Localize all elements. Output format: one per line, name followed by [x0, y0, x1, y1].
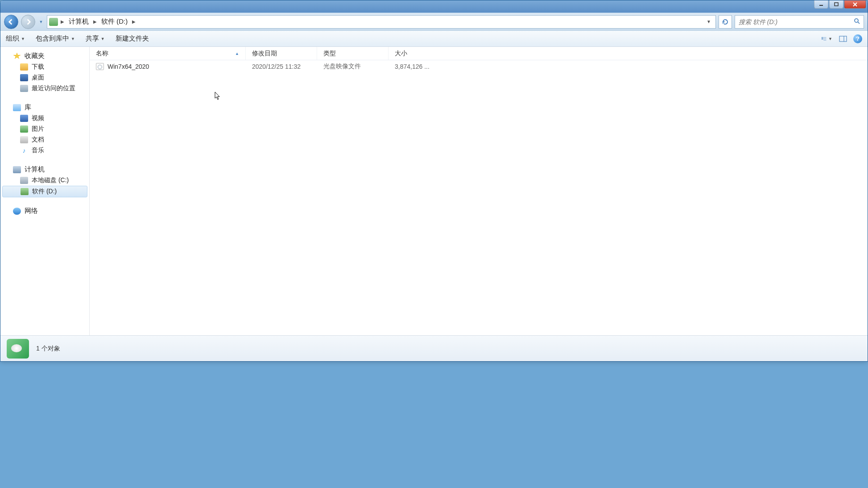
svg-line-5 — [858, 22, 860, 24]
recent-icon — [20, 85, 28, 92]
col-type-label: 类型 — [323, 50, 336, 58]
drive-icon — [20, 177, 28, 184]
computer-icon — [13, 166, 21, 173]
search-input[interactable] — [739, 18, 851, 25]
favorites-group: 收藏夹 下载 桌面 最近访问的位置 — [2, 50, 87, 94]
file-type: 光盘映像文件 — [317, 63, 389, 71]
include-label: 包含到库中 — [36, 34, 69, 43]
explorer-window: ▼ ▶ 计算机 ▶ 软件 (D:) ▶ ▼ 组织 ▼ 包含到库中 ▼ — [0, 0, 868, 362]
favorites-label: 收藏夹 — [25, 52, 45, 60]
network-icon — [13, 208, 21, 215]
share-label: 共享 — [86, 34, 99, 43]
computer-label: 计算机 — [25, 165, 45, 174]
address-bar-row: ▼ ▶ 计算机 ▶ 软件 (D:) ▶ ▼ — [0, 13, 868, 31]
preview-pane-button[interactable] — [837, 33, 849, 44]
network-label: 网络 — [25, 207, 38, 215]
navigation-pane[interactable]: 收藏夹 下载 桌面 最近访问的位置 库 — [0, 47, 90, 335]
column-date[interactable]: 修改日期 — [246, 47, 317, 60]
desktop-icon — [20, 74, 28, 81]
svg-rect-1 — [835, 3, 838, 6]
sidebar-local-disk-c[interactable]: 本地磁盘 (C:) — [2, 175, 87, 186]
star-icon — [13, 53, 21, 60]
sidebar-favorites[interactable]: 收藏夹 — [2, 50, 87, 62]
file-name: Win7x64_2020 — [107, 63, 149, 70]
back-button[interactable] — [4, 15, 18, 29]
share-menu[interactable]: 共享 ▼ — [86, 34, 105, 43]
breadcrumb-separator-icon[interactable]: ▶ — [60, 19, 65, 24]
status-bar: 1 个对象 — [0, 335, 868, 361]
ddrive-label: 软件 (D:) — [32, 188, 57, 196]
caret-icon: ▼ — [21, 37, 25, 41]
column-type[interactable]: 类型 — [317, 47, 389, 60]
toolbar: 组织 ▼ 包含到库中 ▼ 共享 ▼ 新建文件夹 ▼ ? — [0, 31, 868, 47]
documents-label: 文档 — [32, 136, 44, 144]
libraries-group: 库 视频 图片 文档 ♪ 音乐 — [2, 102, 87, 156]
forward-button[interactable] — [21, 15, 35, 29]
recent-label: 最近访问的位置 — [32, 84, 75, 92]
svg-rect-6 — [822, 37, 823, 38]
new-folder-button[interactable]: 新建文件夹 — [116, 34, 149, 43]
refresh-button[interactable] — [719, 15, 732, 29]
document-icon — [20, 136, 28, 143]
organize-menu[interactable]: 组织 ▼ — [6, 34, 25, 43]
nav-history-dropdown[interactable]: ▼ — [38, 16, 44, 28]
sidebar-software-d[interactable]: 软件 (D:) — [2, 186, 87, 197]
desktop-label: 桌面 — [32, 74, 44, 82]
file-list-area[interactable]: 名称 ▲ 修改日期 类型 大小 Win7x64_2020 — [90, 47, 868, 335]
maximize-button[interactable] — [829, 0, 843, 8]
folder-icon — [20, 63, 28, 71]
cdrive-label: 本地磁盘 (C:) — [32, 176, 69, 184]
address-dropdown-icon[interactable]: ▼ — [704, 19, 714, 24]
drive-thumbnail-icon — [7, 339, 29, 359]
downloads-label: 下载 — [32, 63, 44, 71]
include-in-library-menu[interactable]: 包含到库中 ▼ — [36, 34, 75, 43]
column-size[interactable]: 大小 — [389, 47, 442, 60]
library-icon — [13, 104, 21, 111]
sidebar-videos[interactable]: 视频 — [2, 113, 87, 124]
close-button[interactable] — [844, 0, 866, 8]
svg-point-4 — [855, 19, 858, 22]
title-bar — [0, 0, 868, 13]
minimize-button[interactable] — [814, 0, 828, 8]
address-bar[interactable]: ▶ 计算机 ▶ 软件 (D:) ▶ ▼ — [47, 15, 716, 29]
breadcrumb-separator-icon[interactable]: ▶ — [92, 19, 98, 24]
view-mode-button[interactable]: ▼ — [821, 33, 833, 44]
organize-label: 组织 — [6, 34, 19, 43]
drive-icon — [21, 188, 29, 195]
search-icon — [854, 18, 860, 26]
col-name-label: 名称 — [96, 50, 108, 58]
sidebar-documents[interactable]: 文档 — [2, 134, 87, 145]
sidebar-downloads[interactable]: 下载 — [2, 62, 87, 72]
music-icon: ♪ — [20, 147, 28, 154]
computer-group: 计算机 本地磁盘 (C:) 软件 (D:) — [2, 164, 87, 197]
sidebar-recent[interactable]: 最近访问的位置 — [2, 83, 87, 94]
picture-icon — [20, 125, 28, 133]
breadcrumb-separator-icon[interactable]: ▶ — [131, 19, 136, 24]
file-rows: Win7x64_2020 2020/12/25 11:32 光盘映像文件 3,8… — [90, 60, 868, 335]
sidebar-music[interactable]: ♪ 音乐 — [2, 145, 87, 156]
help-button[interactable]: ? — [853, 34, 862, 43]
sidebar-desktop[interactable]: 桌面 — [2, 72, 87, 83]
caret-icon: ▼ — [828, 37, 832, 41]
breadcrumb-drive[interactable]: 软件 (D:) — [99, 16, 129, 28]
sort-ascending-icon: ▲ — [235, 51, 239, 56]
column-name[interactable]: 名称 ▲ — [90, 47, 246, 60]
caret-icon: ▼ — [71, 37, 75, 41]
sidebar-computer[interactable]: 计算机 — [2, 164, 87, 175]
sidebar-libraries[interactable]: 库 — [2, 102, 87, 113]
file-date: 2020/12/25 11:32 — [246, 63, 317, 70]
iso-file-icon — [96, 63, 104, 70]
svg-rect-7 — [822, 38, 823, 39]
search-box[interactable] — [735, 15, 864, 29]
videos-label: 视频 — [32, 114, 44, 122]
caret-icon: ▼ — [101, 37, 105, 41]
breadcrumb-computer[interactable]: 计算机 — [67, 16, 91, 28]
body: 收藏夹 下载 桌面 最近访问的位置 库 — [0, 47, 868, 335]
network-group: 网络 — [2, 205, 87, 217]
sidebar-network[interactable]: 网络 — [2, 205, 87, 217]
column-headers: 名称 ▲ 修改日期 类型 大小 — [90, 47, 868, 60]
newfolder-label: 新建文件夹 — [116, 34, 149, 43]
col-size-label: 大小 — [395, 50, 407, 58]
sidebar-pictures[interactable]: 图片 — [2, 124, 87, 134]
file-row[interactable]: Win7x64_2020 2020/12/25 11:32 光盘映像文件 3,8… — [90, 60, 868, 73]
